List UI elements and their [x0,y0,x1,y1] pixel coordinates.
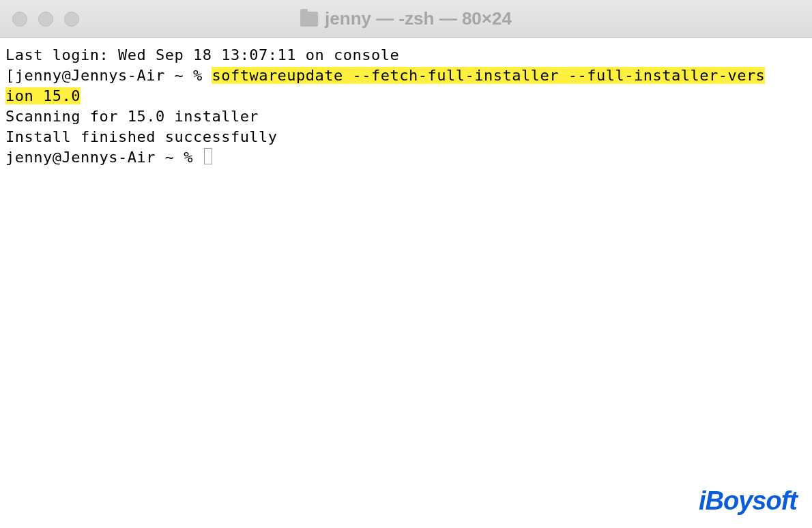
folder-icon [300,12,318,27]
minimize-button[interactable] [38,12,53,27]
watermark-text: iBoysoft [699,486,797,515]
terminal-content[interactable]: Last login: Wed Sep 18 13:07:11 on conso… [0,38,812,175]
watermark-logo: iBoysoft [699,486,797,516]
prompt-1: jenny@Jennys-Air ~ % [15,67,212,84]
traffic-lights [12,12,79,27]
close-button[interactable] [12,12,27,27]
window-titlebar: jenny — -zsh — 80×24 [0,0,812,38]
output-line-2: Install finished successfully [5,127,807,147]
last-login-line: Last login: Wed Sep 18 13:07:11 on conso… [5,45,807,65]
window-title: jenny — -zsh — 80×24 [300,8,512,29]
window-title-text: jenny — -zsh — 80×24 [325,8,512,29]
output-line-1: Scanning for 15.0 installer [5,106,807,127]
zoom-button[interactable] [64,12,79,27]
command-highlight-part2: ion 15.0 [5,87,81,104]
prompt-bracket: [ [5,67,15,84]
prompt-2: jenny@Jennys-Air ~ % [5,149,203,166]
cursor [204,148,212,164]
command-highlight-part1: softwareupdate --fetch-full-installer --… [212,67,765,84]
